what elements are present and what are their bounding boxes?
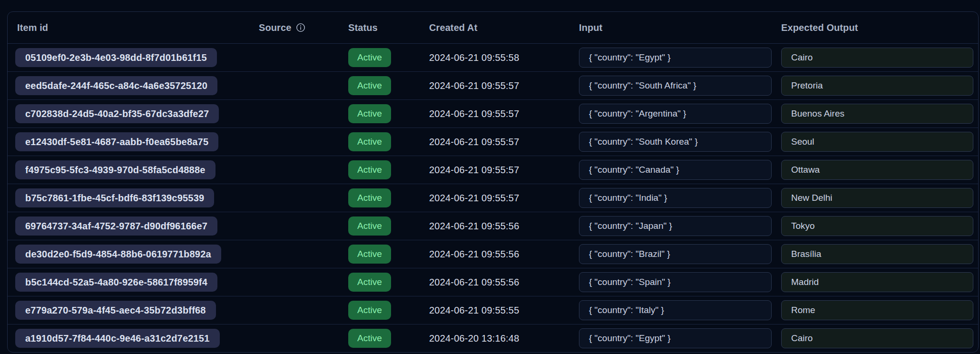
input-box: { "country": "Egypt" } <box>579 48 772 68</box>
input-cell: { "country": "India" } <box>569 184 772 212</box>
table-row: b75c7861-1fbe-45cf-bdf6-83f139c95539 Act… <box>8 184 978 212</box>
created-at-cell: 2024-06-21 09:55:57 <box>420 156 569 184</box>
table-row: c702838d-24d5-40a2-bf35-67dc3a3dfe27 Act… <box>8 100 978 128</box>
expected-output-box: Pretoria <box>781 76 973 96</box>
status-badge: Active <box>348 104 391 123</box>
input-cell: { "country": "Japan" } <box>569 212 772 240</box>
status-cell: Active <box>339 44 420 71</box>
table-row: a1910d57-7f84-440c-9e46-a31c2d7e2151 Act… <box>8 324 978 353</box>
table-row: eed5dafe-244f-465c-a84c-4a6e35725120 Act… <box>8 72 978 100</box>
source-cell <box>249 324 339 352</box>
item-id-cell: 69764737-34af-4752-9787-d90df96166e7 <box>8 212 249 240</box>
source-cell <box>249 268 339 296</box>
item-id-pill[interactable]: c702838d-24d5-40a2-bf35-67dc3a3dfe27 <box>15 104 219 123</box>
item-id-cell: de30d2e0-f5d9-4854-88b6-0619771b892a <box>8 240 249 268</box>
item-id-pill[interactable]: e12430df-5e81-4687-aabb-f0ea65be8a75 <box>15 132 218 151</box>
input-box: { "country": "Brazil" } <box>579 244 772 264</box>
source-cell <box>249 128 339 156</box>
status-badge: Active <box>348 301 391 320</box>
table-row: b5c144cd-52a5-4a80-926e-58617f8959f4 Act… <box>8 268 978 296</box>
status-cell: Active <box>339 324 420 352</box>
item-id-pill[interactable]: eed5dafe-244f-465c-a84c-4a6e35725120 <box>15 76 217 95</box>
item-id-pill[interactable]: a1910d57-7f84-440c-9e46-a31c2d7e2151 <box>15 329 220 348</box>
expected-output-cell: Tokyo <box>772 212 978 240</box>
created-at-cell: 2024-06-21 09:55:56 <box>420 240 569 268</box>
item-id-pill[interactable]: b5c144cd-52a5-4a80-926e-58617f8959f4 <box>15 273 217 292</box>
input-cell: { "country": "Spain" } <box>569 268 772 296</box>
item-id-cell: c702838d-24d5-40a2-bf35-67dc3a3dfe27 <box>8 100 249 128</box>
status-cell: Active <box>339 212 420 240</box>
table-row: de30d2e0-f5d9-4854-88b6-0619771b892a Act… <box>8 240 978 268</box>
item-id-pill[interactable]: 05109ef0-2e3b-4e03-98dd-8f7d01b61f15 <box>15 48 217 67</box>
created-at-cell: 2024-06-21 09:55:57 <box>420 72 569 99</box>
status-cell: Active <box>339 296 420 324</box>
input-cell: { "country": "Canada" } <box>569 156 772 184</box>
expected-output-cell: Buenos Aires <box>772 100 978 128</box>
table-header-row: Item id Source Status Created At Input E… <box>8 12 978 44</box>
created-at-value: 2024-06-21 09:55:55 <box>429 305 519 316</box>
item-id-pill[interactable]: e779a270-579a-4f45-aec4-35b72d3bff68 <box>15 301 216 320</box>
item-id-pill[interactable]: de30d2e0-f5d9-4854-88b6-0619771b892a <box>15 245 221 264</box>
expected-output-box: Madrid <box>781 272 973 292</box>
expected-output-box: Buenos Aires <box>781 104 973 124</box>
input-cell: { "country": "South Africa" } <box>569 72 772 99</box>
expected-output-box: Tokyo <box>781 216 973 236</box>
input-cell: { "country": "Egypt" } <box>569 324 772 352</box>
created-at-cell: 2024-06-21 09:55:56 <box>420 212 569 240</box>
column-header-label: Expected Output <box>781 22 858 33</box>
status-cell: Active <box>339 100 420 128</box>
created-at-value: 2024-06-21 09:55:57 <box>429 80 519 91</box>
item-id-cell: e779a270-579a-4f45-aec4-35b72d3bff68 <box>8 296 249 324</box>
created-at-value: 2024-06-21 09:55:57 <box>429 165 519 176</box>
created-at-value: 2024-06-20 13:16:48 <box>429 333 519 344</box>
dataset-items-table: Item id Source Status Created At Input E… <box>7 11 979 353</box>
expected-output-cell: New Delhi <box>772 184 978 212</box>
input-box: { "country": "South Korea" } <box>579 132 772 152</box>
expected-output-box: Brasília <box>781 244 973 264</box>
expected-output-cell: Cairo <box>772 44 978 71</box>
input-box: { "country": "India" } <box>579 188 772 208</box>
status-badge: Active <box>348 76 391 95</box>
column-header-label: Created At <box>429 22 477 33</box>
column-header-label: Input <box>579 22 602 33</box>
status-badge: Active <box>348 273 391 292</box>
table-row: 69764737-34af-4752-9787-d90df96166e7 Act… <box>8 212 978 240</box>
item-id-pill[interactable]: f4975c95-5fc3-4939-970d-58fa5cd4888e <box>15 160 216 179</box>
source-cell <box>249 44 339 71</box>
item-id-pill[interactable]: 69764737-34af-4752-9787-d90df96166e7 <box>15 216 217 236</box>
created-at-value: 2024-06-21 09:55:56 <box>429 221 519 232</box>
status-badge: Active <box>348 188 391 207</box>
input-box: { "country": "Italy" } <box>579 300 772 320</box>
table-row: e779a270-579a-4f45-aec4-35b72d3bff68 Act… <box>8 296 978 324</box>
expected-output-cell: Brasília <box>772 240 978 268</box>
status-cell: Active <box>339 72 420 99</box>
column-header-item-id: Item id <box>8 22 249 33</box>
item-id-pill[interactable]: b75c7861-1fbe-45cf-bdf6-83f139c95539 <box>15 188 214 207</box>
input-cell: { "country": "Argentina" } <box>569 100 772 128</box>
table-row: e12430df-5e81-4687-aabb-f0ea65be8a75 Act… <box>8 128 978 156</box>
status-badge: Active <box>348 216 391 236</box>
column-header-expected-output: Expected Output <box>772 22 978 33</box>
source-cell <box>249 72 339 99</box>
input-cell: { "country": "Brazil" } <box>569 240 772 268</box>
status-badge: Active <box>348 245 391 264</box>
created-at-value: 2024-06-21 09:55:57 <box>429 193 519 204</box>
expected-output-cell: Rome <box>772 296 978 324</box>
created-at-value: 2024-06-21 09:55:56 <box>429 277 519 288</box>
item-id-cell: e12430df-5e81-4687-aabb-f0ea65be8a75 <box>8 128 249 156</box>
input-box: { "country": "Canada" } <box>579 160 772 180</box>
column-header-label: Status <box>348 22 378 33</box>
expected-output-box: New Delhi <box>781 188 973 208</box>
status-badge: Active <box>348 132 391 151</box>
column-header-created-at: Created At <box>420 22 569 33</box>
expected-output-box: Cairo <box>781 48 973 68</box>
item-id-cell: b5c144cd-52a5-4a80-926e-58617f8959f4 <box>8 268 249 296</box>
source-cell <box>249 240 339 268</box>
status-cell: Active <box>339 268 420 296</box>
input-cell: { "country": "Italy" } <box>569 296 772 324</box>
input-box: { "country": "Argentina" } <box>579 104 772 124</box>
info-circle-icon[interactable] <box>296 23 305 32</box>
source-cell <box>249 212 339 240</box>
column-header-label: Source <box>259 22 291 33</box>
input-cell: { "country": "South Korea" } <box>569 128 772 156</box>
